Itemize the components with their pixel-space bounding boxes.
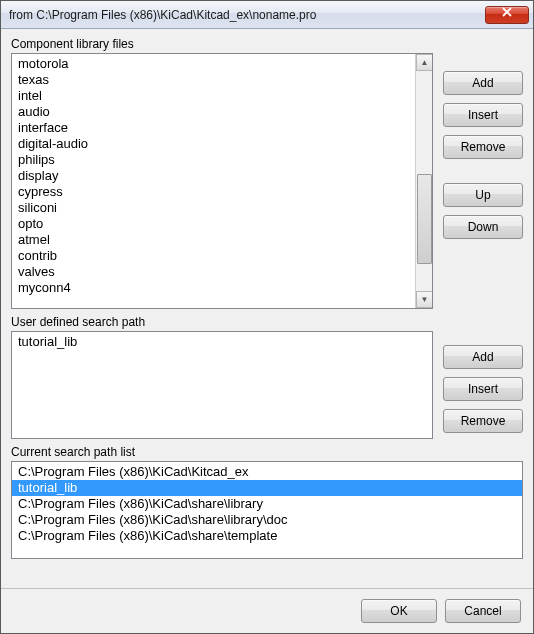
list-item[interactable]: C:\Program Files (x86)\KiCad\Kitcad_ex: [12, 464, 522, 480]
remove-button[interactable]: Remove: [443, 409, 523, 433]
list-item[interactable]: texas: [12, 72, 415, 88]
dialog-content: Component library files motorolatexasint…: [1, 29, 533, 588]
add-button[interactable]: Add: [443, 71, 523, 95]
insert-button[interactable]: Insert: [443, 377, 523, 401]
insert-button[interactable]: Insert: [443, 103, 523, 127]
list-item[interactable]: cypress: [12, 184, 415, 200]
current-paths-section: Current search path list C:\Program File…: [11, 445, 523, 559]
dialog-window: from C:\Program Files (x86)\KiCad\Kitcad…: [0, 0, 534, 634]
list-item[interactable]: contrib: [12, 248, 415, 264]
up-button[interactable]: Up: [443, 183, 523, 207]
list-item[interactable]: audio: [12, 104, 415, 120]
remove-button[interactable]: Remove: [443, 135, 523, 159]
list-item[interactable]: intel: [12, 88, 415, 104]
list-item[interactable]: C:\Program Files (x86)\KiCad\share\templ…: [12, 528, 522, 544]
chevron-up-icon: ▲: [421, 58, 429, 67]
list-item[interactable]: atmel: [12, 232, 415, 248]
list-item[interactable]: C:\Program Files (x86)\KiCad\share\libra…: [12, 496, 522, 512]
list-item[interactable]: valves: [12, 264, 415, 280]
close-icon: [502, 7, 512, 17]
scroll-up-button[interactable]: ▲: [416, 54, 433, 71]
list-item[interactable]: display: [12, 168, 415, 184]
chevron-down-icon: ▼: [421, 295, 429, 304]
user-search-buttons: Add Insert Remove: [443, 331, 523, 439]
list-item[interactable]: digital-audio: [12, 136, 415, 152]
window-title: from C:\Program Files (x86)\KiCad\Kitcad…: [9, 8, 485, 22]
component-libs-listbox[interactable]: motorolatexasintelaudiointerfacedigital-…: [11, 53, 433, 309]
add-button[interactable]: Add: [443, 345, 523, 369]
user-search-listbox[interactable]: tutorial_lib: [11, 331, 433, 439]
user-search-label: User defined search path: [11, 315, 523, 329]
list-item[interactable]: interface: [12, 120, 415, 136]
user-search-section: User defined search path tutorial_lib Ad…: [11, 315, 523, 439]
ok-button[interactable]: OK: [361, 599, 437, 623]
list-item[interactable]: myconn4: [12, 280, 415, 296]
titlebar: from C:\Program Files (x86)\KiCad\Kitcad…: [1, 1, 533, 29]
close-button[interactable]: [485, 6, 529, 24]
current-paths-label: Current search path list: [11, 445, 523, 459]
scroll-down-button[interactable]: ▼: [416, 291, 433, 308]
down-button[interactable]: Down: [443, 215, 523, 239]
list-item[interactable]: tutorial_lib: [12, 480, 522, 496]
component-libs-label: Component library files: [11, 37, 523, 51]
list-item[interactable]: C:\Program Files (x86)\KiCad\share\libra…: [12, 512, 522, 528]
component-libs-section: Component library files motorolatexasint…: [11, 37, 523, 309]
list-item[interactable]: siliconi: [12, 200, 415, 216]
list-item[interactable]: tutorial_lib: [12, 334, 432, 350]
current-paths-listbox[interactable]: C:\Program Files (x86)\KiCad\Kitcad_extu…: [11, 461, 523, 559]
list-item[interactable]: opto: [12, 216, 415, 232]
scroll-thumb[interactable]: [417, 174, 432, 264]
component-libs-buttons: Add Insert Remove Up Down: [443, 53, 523, 309]
scrollbar[interactable]: ▲ ▼: [415, 54, 432, 308]
list-item[interactable]: philips: [12, 152, 415, 168]
list-item[interactable]: motorola: [12, 56, 415, 72]
dialog-footer: OK Cancel: [1, 588, 533, 633]
cancel-button[interactable]: Cancel: [445, 599, 521, 623]
